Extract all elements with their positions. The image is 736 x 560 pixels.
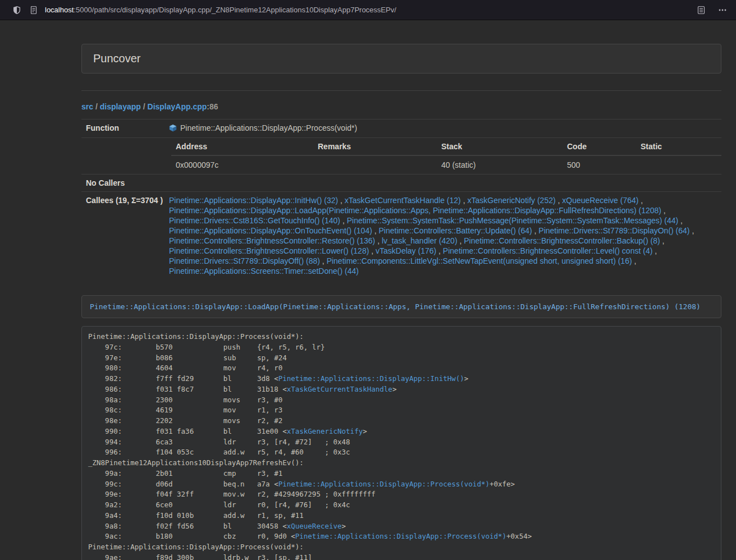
code-text: 9a4: f10d 010b add.w r1, sp, #11 — [88, 511, 304, 520]
code-text: 97e: b086 sub sp, #24 — [88, 354, 287, 362]
callee-separator: , — [340, 216, 347, 225]
code-symbol-link[interactable]: xTaskGetCurrentTaskHandle — [287, 385, 392, 393]
code-value: 500 — [563, 155, 636, 174]
callee-link[interactable]: Pinetime::Applications::DisplayApp::OnTo… — [169, 226, 372, 235]
disassembly-code: Pinetime::Applications::DisplayApp::Proc… — [81, 326, 721, 560]
code-text: > — [464, 374, 469, 383]
breadcrumb: src / displayapp / DisplayApp.cpp:86 — [81, 102, 721, 111]
code-text: 99e: f04f 32ff mov.w r2, #4294967295 ; 0… — [88, 490, 376, 498]
divider — [81, 90, 721, 91]
code-text: 99a: 2b01 cmp r3, #1 — [88, 469, 282, 478]
callee-link[interactable]: Pinetime::Drivers::Cst816S::GetTouchInfo… — [169, 216, 340, 225]
callee-separator: , — [320, 256, 327, 265]
url-host: localhost — [45, 6, 74, 14]
no-callers-row: No Callers — [81, 175, 721, 192]
breadcrumb-link[interactable]: src — [81, 102, 93, 111]
callee-link[interactable]: Pinetime::Drivers::St7789::DisplayOn() (… — [538, 226, 689, 235]
callee-link[interactable]: xTaskGenericNotify (252) — [467, 196, 555, 205]
callee-link[interactable]: Pinetime::Controllers::BrightnessControl… — [169, 246, 369, 255]
breadcrumb-link[interactable]: DisplayApp.cpp — [148, 102, 207, 111]
code-symbol-link[interactable]: Pinetime::Applications::DisplayApp::Proc… — [278, 480, 490, 488]
function-cube-icon — [169, 124, 177, 132]
toolbar-right — [697, 6, 727, 15]
callee-separator: , — [461, 196, 468, 205]
code-symbol-link[interactable]: Pinetime::Applications::DisplayApp::Init… — [278, 374, 464, 383]
callee-link[interactable]: lv_task_handler (420) — [382, 236, 458, 245]
column-header-code: Code — [563, 138, 636, 155]
callee-highlight-link[interactable]: Pinetime::Applications::DisplayApp::Load… — [90, 302, 701, 311]
callee-link[interactable]: Pinetime::Controllers::BrightnessControl… — [464, 236, 660, 245]
callee-link[interactable]: Pinetime::Drivers::St7789::DisplayOff() … — [169, 256, 320, 265]
callee-separator: , — [369, 246, 376, 255]
code-text: 9a2: 6ce0 ldr r0, [r4, #76] ; 0x4c — [88, 501, 350, 509]
callee-link[interactable]: Pinetime::Controllers::BrightnessControl… — [169, 236, 375, 245]
no-callers-label: No Callers — [81, 175, 164, 192]
code-text: +0x54> — [506, 532, 532, 540]
callee-link[interactable]: xTaskGetCurrentTaskHandle (12) — [345, 196, 461, 205]
function-table: Function Pinetime::Applications::Display… — [81, 119, 721, 279]
breadcrumb-separator: / — [93, 102, 100, 111]
code-text: 98a: 2300 movs r3, #0 — [88, 396, 282, 404]
remarks-value — [313, 155, 437, 174]
callee-link[interactable]: Pinetime::Applications::Screens::Timer::… — [169, 267, 359, 276]
code-text: 986: f031 f8c7 bl 31b18 < — [88, 385, 287, 393]
metrics-value-row: 0x0000097c 40 (static) 500 — [171, 155, 721, 174]
code-text: 990: f031 fa36 bl 31e00 < — [88, 427, 287, 435]
metrics-table: Address Remarks Stack Code Static 0x0000… — [171, 138, 721, 174]
code-text: 98e: 2202 movs r2, #2 — [88, 416, 282, 425]
callee-separator: , — [632, 256, 637, 265]
static-value — [636, 155, 721, 174]
url-bar[interactable]: localhost:5000/path/src/displayapp/Displ… — [45, 6, 697, 14]
function-row: Function Pinetime::Applications::Display… — [81, 120, 721, 138]
more-options-icon[interactable] — [718, 6, 727, 15]
code-text: > — [342, 522, 346, 530]
tracking-protection-shield-icon[interactable] — [12, 6, 21, 15]
function-name: Pinetime::Applications::DisplayApp::Proc… — [180, 123, 357, 133]
callee-link[interactable]: xQueueReceive (764) — [562, 196, 638, 205]
callee-separator: , — [678, 216, 683, 225]
address-value: 0x0000097c — [171, 155, 313, 174]
callees-label: Callees (19, Σ=3704 ) — [81, 192, 164, 280]
code-text: _ZN8Pinetime12Applications10DisplayApp7R… — [88, 458, 304, 467]
breadcrumb-link[interactable]: displayapp — [100, 102, 141, 111]
reader-view-icon[interactable] — [697, 6, 706, 15]
code-text: 97c: b570 push {r4, r5, r6, lr} — [88, 343, 324, 351]
callee-separator: , — [652, 246, 657, 255]
code-text: Pinetime::Applications::DisplayApp::Proc… — [88, 332, 304, 341]
callee-separator: , — [372, 226, 379, 235]
code-text: 982: f7ff fd29 bl 3d8 < — [88, 374, 278, 383]
browser-toolbar: localhost:5000/path/src/displayapp/Displ… — [0, 0, 736, 20]
code-text: 996: f104 053c add.w r5, r4, #60 ; 0x3c — [88, 448, 350, 456]
callee-link[interactable]: Pinetime::Applications::DisplayApp::Load… — [169, 206, 661, 215]
code-text: 9ae: f89d 300b ldrb.w r3, [sp, #11] — [88, 553, 312, 560]
callee-link[interactable]: vTaskDelay (176) — [376, 246, 436, 255]
column-header-remarks: Remarks — [313, 138, 437, 155]
code-text: Pinetime::Applications::DisplayApp::Proc… — [88, 543, 304, 551]
callee-link[interactable]: Pinetime::System::SystemTask::PushMessag… — [347, 216, 679, 225]
callee-link[interactable]: Pinetime::Controllers::Battery::Update()… — [379, 226, 532, 235]
page-container: Puncover src / displayapp / DisplayApp.c… — [81, 44, 721, 560]
callees-list: Pinetime::Applications::DisplayApp::Init… — [164, 192, 721, 280]
column-header-stack: Stack — [437, 138, 563, 155]
callee-separator: , — [532, 226, 539, 235]
callee-link[interactable]: Pinetime::Components::LittleVgl::SetNewT… — [327, 256, 632, 265]
callee-link[interactable]: Pinetime::Controllers::BrightnessControl… — [443, 246, 652, 255]
metrics-header-row: Address Remarks Stack Code Static — [171, 138, 721, 155]
code-symbol-link[interactable]: Pinetime::Applications::DisplayApp::Proc… — [295, 532, 506, 540]
app-title-box: Puncover — [81, 44, 721, 74]
callee-separator: , — [638, 196, 643, 205]
code-text: 994: 6ca3 ldr r3, [r4, #72] ; 0x48 — [88, 438, 350, 446]
column-header-address: Address — [171, 138, 313, 155]
code-symbol-link[interactable]: xQueueReceive — [287, 522, 342, 530]
breadcrumb-separator: / — [141, 102, 148, 111]
code-symbol-link[interactable]: xTaskGenericNotify — [287, 427, 363, 435]
code-text: 9ac: b180 cbz r0, 9d0 < — [88, 532, 295, 540]
code-text: 99c: d06d beq.n a7a < — [88, 480, 278, 488]
url-path: :5000/path/src/displayapp/DisplayApp.cpp… — [74, 6, 396, 14]
metrics-row-label — [81, 138, 164, 175]
breadcrumb-line-number: :86 — [207, 102, 218, 111]
callees-row: Callees (19, Σ=3704 ) Pinetime::Applicat… — [81, 192, 721, 280]
callee-separator: , — [690, 226, 694, 235]
page-info-icon[interactable] — [29, 6, 38, 15]
callee-link[interactable]: Pinetime::Applications::DisplayApp::Init… — [169, 196, 338, 205]
